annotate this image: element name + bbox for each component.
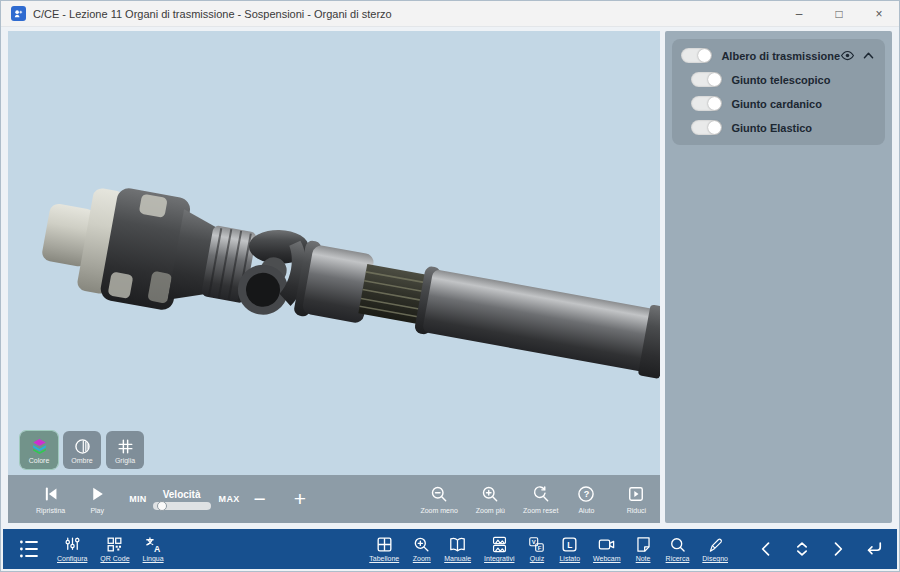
layers-panel: Albero di trasmissione Giunto telescopic…	[672, 39, 885, 145]
app-icon	[11, 6, 26, 21]
maximize-button[interactable]: □	[819, 1, 859, 26]
lingua-button[interactable]: Lingua	[143, 535, 164, 563]
speed-minus-button[interactable]: −	[254, 489, 266, 509]
albero-toggle[interactable]	[681, 48, 712, 63]
ombre-label: Ombre	[71, 457, 92, 464]
help-icon	[576, 484, 596, 504]
list-icon	[17, 537, 41, 561]
video-camera-icon	[597, 535, 616, 554]
ripristina-button[interactable]: Ripristina	[36, 484, 65, 514]
aiuto-label: Aiuto	[578, 507, 594, 514]
integrativi-label: Integrativi	[484, 555, 514, 563]
chevron-left-icon	[756, 539, 776, 559]
minimize-button[interactable]: –	[779, 1, 819, 26]
note-button[interactable]: Note	[634, 535, 653, 563]
book-icon	[448, 535, 467, 554]
main-area: Colore Ombre Griglia Ripristina	[8, 31, 892, 523]
albero-label: Albero di trasmissione	[721, 50, 840, 62]
toggle-knob	[708, 121, 721, 134]
nav-updown-button[interactable]	[789, 536, 815, 562]
speed-slider-knob[interactable]	[157, 501, 167, 511]
configura-label: Configura	[57, 555, 87, 563]
disegno-label: Disegno	[702, 555, 728, 563]
lingua-label: Lingua	[143, 555, 164, 563]
play-label: Play	[90, 507, 104, 514]
velocita-label: Velocità	[163, 489, 201, 500]
max-label: MAX	[219, 494, 240, 504]
sliders-icon	[63, 535, 82, 554]
playback-controlbar: Ripristina Play MIN Velocità MAX − +	[8, 475, 660, 523]
layer-row-elastico: Giunto Elastico	[681, 120, 876, 135]
disegno-button[interactable]: Disegno	[702, 535, 728, 563]
manuale-button[interactable]: Manuale	[444, 535, 471, 563]
nav-next-button[interactable]	[825, 536, 851, 562]
aiuto-button[interactable]: Aiuto	[576, 484, 596, 514]
telescopico-label: Giunto telescopico	[731, 74, 830, 86]
layer-row-albero: Albero di trasmissione	[681, 48, 876, 63]
integrativi-button[interactable]: Integrativi	[484, 535, 514, 563]
riduci-button[interactable]: Riduci	[626, 484, 646, 514]
bottom-toolbar: Configura QR Code Lingua Tabellone Zoom …	[3, 529, 897, 569]
zoom-piu-button[interactable]: Zoom più	[476, 484, 505, 514]
toggle-knob	[708, 73, 721, 86]
ripristina-label: Ripristina	[36, 507, 65, 514]
listato-button[interactable]: Listato	[559, 535, 580, 563]
ricerca-button[interactable]: Ricerca	[666, 535, 690, 563]
tabellone-button[interactable]: Tabellone	[369, 535, 399, 563]
cardanico-label: Giunto cardanico	[731, 98, 821, 110]
collapse-icon	[626, 484, 646, 504]
layer-row-telescopico: Giunto telescopico	[681, 72, 876, 87]
webcam-label: Webcam	[593, 555, 621, 563]
skip-start-icon	[41, 484, 61, 504]
telescopico-toggle[interactable]	[691, 72, 722, 87]
chevron-up-down-icon	[792, 539, 812, 559]
manuale-label: Manuale	[444, 555, 471, 563]
elastico-toggle[interactable]	[691, 120, 722, 135]
zoom-piu-label: Zoom più	[476, 507, 505, 514]
colore-button[interactable]: Colore	[20, 431, 58, 469]
ombre-button[interactable]: Ombre	[63, 431, 101, 469]
play-button[interactable]: Play	[87, 484, 107, 514]
language-icon	[144, 535, 163, 554]
zoom-in-icon	[412, 535, 431, 554]
return-arrow-icon	[864, 539, 884, 559]
zoom-out-icon	[429, 484, 449, 504]
griglia-button[interactable]: Griglia	[106, 431, 144, 469]
layers-sidebar: Albero di trasmissione Giunto telescopic…	[665, 31, 892, 523]
listato-label: Listato	[559, 555, 580, 563]
ricerca-label: Ricerca	[666, 555, 690, 563]
zoom-button[interactable]: Zoom	[412, 535, 431, 563]
griglia-label: Griglia	[115, 457, 135, 464]
riduci-label: Riduci	[627, 507, 646, 514]
driveshaft-3d-model	[8, 31, 660, 475]
qr-code-button[interactable]: QR Code	[100, 535, 129, 563]
nav-return-button[interactable]	[861, 536, 887, 562]
eye-icon[interactable]	[840, 48, 855, 63]
menu-list-button[interactable]	[17, 537, 41, 561]
board-icon	[375, 535, 394, 554]
quiz-button[interactable]: Quiz	[527, 535, 546, 563]
elastico-label: Giunto Elastico	[731, 122, 812, 134]
qr-code-label: QR Code	[100, 555, 129, 563]
note-page-icon	[634, 535, 653, 554]
listato-icon	[560, 535, 579, 554]
view-tools: Colore Ombre Griglia	[20, 431, 144, 469]
zoom-in-icon	[480, 484, 500, 504]
3d-viewport[interactable]: Colore Ombre Griglia	[8, 31, 660, 475]
nav-prev-button[interactable]	[753, 536, 779, 562]
chevron-up-icon[interactable]	[861, 48, 876, 63]
zoom-reset-button[interactable]: Zoom reset	[523, 484, 558, 514]
zoom-meno-button[interactable]: Zoom meno	[420, 484, 457, 514]
quiz-label: Quiz	[530, 555, 544, 563]
speed-slider[interactable]	[153, 502, 211, 510]
cardanico-toggle[interactable]	[691, 96, 722, 111]
zoom-meno-label: Zoom meno	[420, 507, 457, 514]
grid-icon	[116, 437, 135, 456]
webcam-button[interactable]: Webcam	[593, 535, 621, 563]
images-icon	[490, 535, 509, 554]
configura-button[interactable]: Configura	[57, 535, 87, 563]
search-icon	[668, 535, 687, 554]
speed-plus-button[interactable]: +	[294, 489, 306, 509]
layers-icon	[30, 437, 49, 456]
close-button[interactable]: ×	[859, 1, 899, 26]
